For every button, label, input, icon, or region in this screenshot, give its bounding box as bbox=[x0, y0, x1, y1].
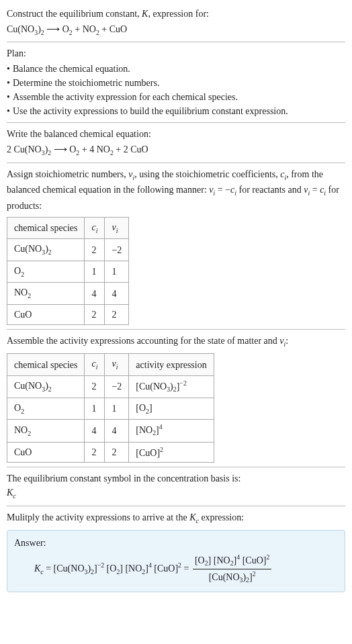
col-nui: νi bbox=[105, 354, 129, 375]
col-ci: ci bbox=[85, 354, 105, 375]
plan-item: •Use the activity expressions to build t… bbox=[7, 104, 345, 118]
unbalanced-equation: Cu(NO3)2 ⟶ O2 + NO2 + CuO bbox=[7, 22, 345, 38]
kc-symbol: Kc bbox=[7, 486, 345, 501]
prompt-line: Construct the equilibrium constant, K, e… bbox=[7, 7, 345, 21]
plan-item: •Balance the chemical equation. bbox=[7, 62, 345, 76]
balanced-equation: 2 Cu(NO3)2 ⟶ O2 + 4 NO2 + 2 CuO bbox=[7, 142, 345, 158]
activity-text: Assemble the activity expressions accoun… bbox=[7, 334, 345, 349]
answer-label: Answer: bbox=[14, 536, 338, 550]
multiply-text: Mulitply the activity expressions to arr… bbox=[7, 510, 345, 526]
table-row: O2 1 1 bbox=[7, 261, 129, 282]
table-row: Cu(NO3)2 2 −2 bbox=[7, 239, 129, 261]
table-row: CuO 2 2 [CuO]2 bbox=[7, 442, 214, 463]
answer-box: Answer: Kc = [Cu(NO3)2]−2 [O2] [NO2]4 [C… bbox=[7, 530, 345, 592]
divider bbox=[7, 329, 345, 330]
bullet-icon: • bbox=[7, 62, 10, 76]
bullet-icon: • bbox=[7, 76, 10, 90]
plan-item: •Assemble the activity expression for ea… bbox=[7, 90, 345, 104]
bullet-icon: • bbox=[7, 104, 10, 118]
table-row: NO2 4 4 bbox=[7, 283, 129, 304]
plan-list: •Balance the chemical equation. •Determi… bbox=[7, 62, 345, 118]
col-activity: activity expression bbox=[129, 354, 214, 375]
prompt-prefix: Construct the equilibrium constant, bbox=[7, 9, 142, 19]
col-species: chemical species bbox=[7, 354, 85, 375]
answer-equation: Kc = [Cu(NO3)2]−2 [O2] [NO2]4 [CuO]2 = [… bbox=[14, 553, 338, 586]
plan-item: •Determine the stoichiometric numbers. bbox=[7, 76, 345, 90]
table-row: NO2 4 4 [NO2]4 bbox=[7, 420, 214, 442]
col-species: chemical species bbox=[7, 217, 85, 238]
plan-label: Plan: bbox=[7, 46, 345, 60]
table-row: CuO 2 2 bbox=[7, 304, 129, 324]
divider bbox=[7, 506, 345, 506]
stoichiometric-text: Assign stoichiometric numbers, νi, using… bbox=[7, 167, 345, 213]
stoichiometric-table: chemical species ci νi Cu(NO3)2 2 −2 O2 … bbox=[7, 217, 129, 325]
activity-table: chemical species ci νi activity expressi… bbox=[7, 353, 214, 463]
balanced-label: Write the balanced chemical equation: bbox=[7, 127, 345, 141]
divider bbox=[7, 42, 345, 42]
divider bbox=[7, 467, 345, 467]
table-header-row: chemical species ci νi activity expressi… bbox=[7, 354, 214, 375]
divider bbox=[7, 122, 345, 123]
divider bbox=[7, 163, 345, 163]
fraction: [O2] [NO2]4 [CuO]2[Cu(NO3)2]2 bbox=[193, 553, 271, 586]
col-ci: ci bbox=[85, 217, 105, 238]
table-row: Cu(NO3)2 2 −2 [Cu(NO3)2]−2 bbox=[7, 375, 214, 398]
col-nui: νi bbox=[105, 217, 129, 238]
table-row: O2 1 1 [O2] bbox=[7, 398, 214, 419]
table-header-row: chemical species ci νi bbox=[7, 217, 129, 238]
prompt-suffix: , expression for: bbox=[148, 9, 209, 19]
prompt-k: K bbox=[142, 9, 148, 19]
bullet-icon: • bbox=[7, 90, 10, 104]
kc-symbol-text: The equilibrium constant symbol in the c… bbox=[7, 471, 345, 486]
